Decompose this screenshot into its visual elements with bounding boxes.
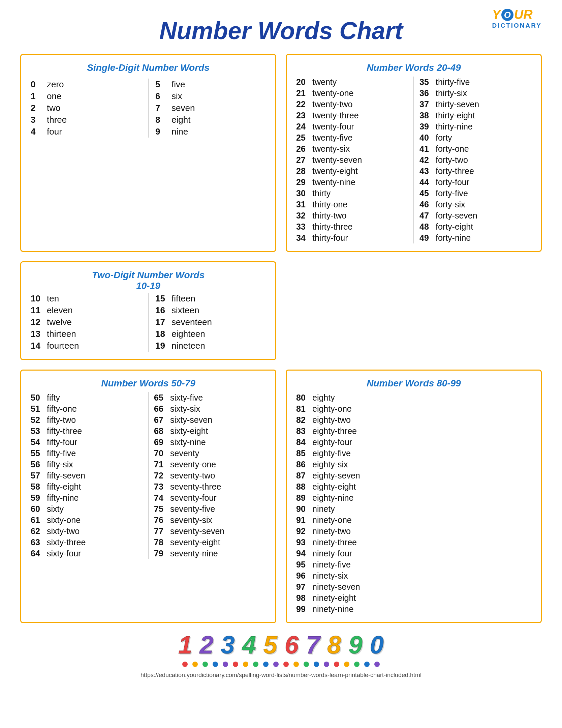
word: fourteen [47, 341, 79, 351]
num-row: 71 seventy-one [154, 459, 266, 470]
dot [233, 662, 238, 667]
num-row: 59 fifty-nine [31, 492, 143, 503]
word: ten [47, 293, 59, 304]
logo: Y O UR DICTIONARY [492, 7, 542, 29]
number: 80 [296, 393, 312, 403]
word: fifty-two [47, 415, 76, 425]
num-row: 62 sixty-two [31, 526, 143, 537]
number: 60 [31, 504, 47, 514]
word: sixty-four [47, 549, 81, 558]
number: 99 [296, 604, 312, 614]
dot [182, 662, 188, 667]
box2-col2: 35 thirty-five 36 thirty-six 37 thirty-s… [414, 77, 531, 243]
num-row: 54 fifty-four [31, 437, 143, 448]
num-row: 87 eighty-seven [296, 470, 531, 481]
num-row: 49 forty-nine [419, 232, 531, 243]
box3-col2: 15 fifteen 16 sixteen 17 seventeen 18 ei… [149, 293, 266, 352]
box5-content: 80 eighty 81 eighty-one 82 eighty-two 83… [296, 392, 531, 615]
word: twenty-one [312, 88, 353, 98]
number: 22 [296, 99, 312, 109]
number: 21 [296, 88, 312, 98]
dot [334, 662, 339, 667]
num-row: 89 eighty-nine [296, 492, 531, 503]
word: five [171, 79, 185, 90]
number: 28 [296, 166, 312, 176]
number: 12 [31, 317, 47, 327]
number: 14 [31, 341, 47, 351]
number: 98 [296, 593, 312, 603]
num-row: 84 eighty-four [296, 437, 531, 448]
word: sixty-seven [170, 415, 212, 425]
number: 92 [296, 526, 312, 536]
number-words-20-49-content: 20 twenty 21 twenty-one 22 twenty-two 23… [296, 77, 531, 243]
number: 48 [419, 222, 436, 232]
word: twenty-six [312, 144, 350, 154]
number: 50 [31, 393, 47, 403]
num-row: 57 fifty-seven [31, 470, 143, 481]
dot [213, 662, 218, 667]
word: ninety-eight [312, 593, 356, 603]
num-row: 14 fourteen [31, 340, 141, 352]
number: 89 [296, 493, 312, 503]
number: 47 [419, 211, 436, 221]
number: 31 [296, 200, 312, 209]
dot [314, 662, 319, 667]
two-digit-title: Two-Digit Number Words10-19 [31, 270, 266, 291]
num-row: 51 fifty-one [31, 403, 143, 414]
bottom-grid: Number Words 50-79 50 fifty 51 fifty-one… [20, 370, 542, 623]
num-row: 93 ninety-three [296, 537, 531, 548]
word: sixty-three [47, 537, 86, 547]
word: seventy-four [170, 493, 217, 503]
word: ninety-three [312, 537, 357, 547]
dot [324, 662, 329, 667]
deco-digit: 8 [327, 633, 341, 658]
num-row: 10 ten [31, 293, 141, 304]
deco-digit: 2 [199, 633, 213, 658]
num-row: 37 thirty-seven [419, 99, 531, 110]
word: one [47, 91, 61, 101]
number: 51 [31, 404, 47, 414]
word: ninety-five [312, 560, 351, 570]
number: 59 [31, 493, 47, 503]
deco-digit: 6 [285, 633, 299, 658]
number: 35 [419, 77, 436, 87]
num-row: 38 thirty-eight [419, 110, 531, 121]
word: fifty-one [47, 404, 77, 414]
box2-col1: 20 twenty 21 twenty-one 22 twenty-two 23… [296, 77, 414, 243]
num-row: 82 eighty-two [296, 414, 531, 426]
number: 65 [154, 393, 170, 403]
number: 30 [296, 188, 312, 198]
word: seventy-seven [170, 526, 224, 536]
number: 44 [419, 177, 436, 187]
num-row: 86 eighty-six [296, 459, 531, 470]
number: 25 [296, 133, 312, 143]
num-row: 31 thirty-one [296, 199, 408, 210]
num-row: 25 twenty-five [296, 132, 408, 143]
deco-numbers-row: 1234567890 [20, 633, 542, 658]
number: 27 [296, 155, 312, 165]
word: twenty-seven [312, 155, 362, 165]
number: 68 [154, 426, 170, 436]
word: forty-four [436, 177, 469, 187]
number: 23 [296, 111, 312, 120]
num-row: 13 thirteen [31, 328, 141, 340]
number: 70 [154, 448, 170, 458]
word: forty-two [436, 155, 468, 165]
num-row: 94 ninety-four [296, 548, 531, 559]
number: 45 [419, 188, 436, 198]
number: 91 [296, 515, 312, 525]
single-digit-box: Single-Digit Number Words 0 zero 1 one 2… [20, 54, 276, 252]
number: 49 [419, 233, 436, 243]
num-row: 22 twenty-two [296, 99, 408, 110]
word: thirty-four [312, 233, 348, 243]
num-row: 70 seventy [154, 448, 266, 459]
dot [293, 662, 299, 667]
number: 43 [419, 166, 436, 176]
number: 74 [154, 493, 170, 503]
word: eighteen [171, 329, 205, 339]
number: 5 [155, 79, 171, 90]
number: 67 [154, 415, 170, 425]
word: seven [171, 103, 195, 113]
num-row: 79 seventy-nine [154, 548, 266, 559]
num-row: 48 forty-eight [419, 221, 531, 232]
